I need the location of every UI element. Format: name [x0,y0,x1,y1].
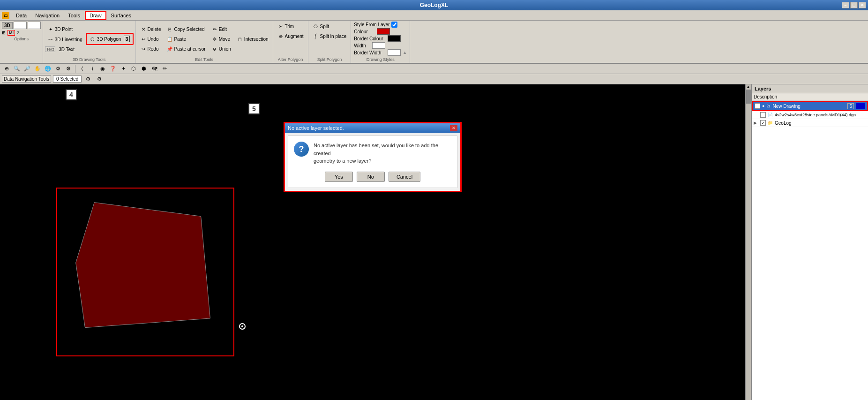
layer-checkbox-new-drawing[interactable]: ✓ [755,103,760,109]
layer-row-dgn[interactable]: 📄 4s2w2s4w3ext28side panelsAMD1(44).dgn [752,111,868,119]
layers-header: Layers [752,84,868,93]
alter-polygon-title: Alter Polygon [275,57,306,62]
delete-button[interactable]: ✕ Delete [138,24,164,34]
undo-button[interactable]: ↩ Undo [138,34,164,44]
split-button[interactable]: ⎔ Split [310,22,349,31]
paste-icon: 📋 [166,36,173,42]
dialog-no-button[interactable]: No [357,172,385,182]
3d-input-2[interactable] [28,22,41,29]
tool-pan[interactable]: ✋ [33,64,42,74]
edit-tools-group: ✕ Delete ↩ Undo ↪ Redo ⎘ Copy Se [136,21,273,63]
augment-button[interactable]: ⊕ Augment [275,31,306,41]
width-input[interactable]: 1 [372,42,385,49]
style-from-layer-label: Style From Layer [354,22,389,27]
selection-settings1[interactable]: ⚙ [83,75,93,84]
tool-polygon2[interactable]: ⬢ [139,64,149,74]
app-icon: 🗂 [2,12,9,19]
tool-draw[interactable]: ✏ [160,64,169,74]
border-width-up[interactable]: ▲ [403,50,407,55]
tool-star[interactable]: ✦ [119,64,128,74]
menu-navigation[interactable]: Navigation [31,12,63,19]
edit-tools-title: Edit Tools [138,57,271,62]
options-group: 3D ⊞ Ml 2 Options [0,21,43,63]
style-from-layer-checkbox[interactable] [391,22,397,28]
layer-checkbox-geolog[interactable]: ✓ [760,120,766,126]
split-in-place-button[interactable]: ⎛ Split in place [310,31,349,41]
paste-cursor-icon: 📌 [166,45,173,52]
tool-settings1[interactable]: ⚙ [53,64,63,74]
copy-selected-button[interactable]: ⎘ Copy Selected [164,24,208,34]
dialog-container: No active layer selected. ✕ ? No active … [284,122,462,192]
redo-icon: ↪ [140,45,147,52]
polygon-icon: ⬡ [90,36,96,42]
move-button[interactable]: ✥ Move [209,34,233,44]
colour-label: Colour [354,29,375,34]
dialog-cancel-button[interactable]: Cancel [389,172,420,182]
3d-linestring-button[interactable]: 〰 3D Linestring [45,35,85,45]
tool-polygon1[interactable]: ⬡ [129,64,138,74]
menu-data[interactable]: Data [12,12,30,19]
menu-draw[interactable]: Draw [85,11,106,20]
number-2-annotation: 2 [17,30,19,35]
3d-text-button[interactable]: 3D Text [56,45,77,53]
paste-button[interactable]: 📋 Paste [164,34,208,44]
dialog-close-button[interactable]: ✕ [450,125,457,131]
viewport-scrollbar[interactable]: ▲ ▼ [745,84,751,400]
paste-at-cursor-button[interactable]: 📌 Paste at cursor [164,44,208,53]
menu-tools[interactable]: Tools [64,12,84,19]
border-width-input[interactable]: 0 [388,49,401,56]
viewport[interactable]: 4 5 No active layer selected. ✕ [0,84,745,400]
close-button[interactable]: ✕ [859,2,866,8]
scroll-up[interactable]: ▲ [746,84,751,89]
3d-input-1[interactable] [14,22,27,29]
layer-row-geolog[interactable]: ▶ ✓ 📁 GeoLog [752,119,868,127]
tool-map[interactable]: 🗺 [150,64,159,74]
3d-point-button[interactable]: ✦ 3D Point [45,25,85,34]
layer-checkbox-dgn[interactable] [760,112,766,118]
edit-button[interactable]: ✏ Edit [209,24,233,34]
colour-picker[interactable] [377,28,390,35]
tool-3d-rotate[interactable]: 🌐 [43,64,52,74]
annotation-5: 5 [248,103,260,114]
colour-row: Colour [354,28,407,35]
tool-zoom-out[interactable]: 🔎 [22,64,32,74]
annotation-6: 6 [847,103,854,109]
3d-mode-inputs: 3D [2,22,41,29]
scrollbar-thumb[interactable] [746,90,751,104]
tool-settings2[interactable]: ⚙ [64,64,73,74]
dialog-title: No active layer selected. [288,125,344,131]
intersection-button[interactable]: ⊓ Intersection [234,34,271,44]
delete-icon: ✕ [140,26,147,32]
tool-select2[interactable]: ⟩ [88,64,97,74]
layer-row-new-drawing[interactable]: ✓ ● 🗂 New Drawing 6 [752,101,868,111]
width-row: Width 1 [354,42,407,49]
layers-panel: Layers Description ✓ ● 🗂 New Drawing 6 📄… [751,84,868,400]
trim-icon: ✂ [277,23,284,30]
minimize-button[interactable]: − [842,2,849,8]
layer-expand-geolog[interactable]: ▶ [754,121,758,125]
redo-button[interactable]: ↪ Redo [138,44,164,53]
tool-snaps[interactable]: ◉ [98,64,107,74]
window-controls: − □ ✕ [842,2,866,8]
selection-settings2[interactable]: ⚙ [95,75,104,84]
dialog-yes-button[interactable]: Yes [325,172,353,182]
tool-select1[interactable]: ⟨ [77,64,87,74]
viewport-content: 4 5 No active layer selected. ✕ [0,84,745,400]
3d-polygon-button[interactable]: ⬡ 3D Polygon 3 [86,33,134,45]
union-button[interactable]: ⊌ Union [209,44,233,53]
trim-button[interactable]: ✂ Trim [275,22,306,31]
maximize-button[interactable]: □ [850,2,858,8]
tool-help[interactable]: ❓ [108,64,118,74]
layer-drawing-icon: 🗂 [766,104,771,108]
tool-zoom-region[interactable]: ⊕ [2,64,11,74]
augment-icon: ⊕ [277,33,284,39]
layer-dgn-label: 4s2w2s4w3ext28side panelsAMD1(44).dgn [775,113,856,117]
border-colour-label: Border Colour [354,36,386,41]
border-colour-picker[interactable] [388,35,401,42]
menu-surfaces[interactable]: Surfaces [107,12,135,19]
data-nav-tools-text: Data Navigation Tools [2,75,51,83]
split-polygon-group: ⎔ Split ⎛ Split in place Split Polygon [308,21,352,63]
border-width-label: Border Width [354,50,386,55]
union-icon: ⊌ [211,45,218,52]
tool-zoom-in[interactable]: 🔍 [12,64,22,74]
